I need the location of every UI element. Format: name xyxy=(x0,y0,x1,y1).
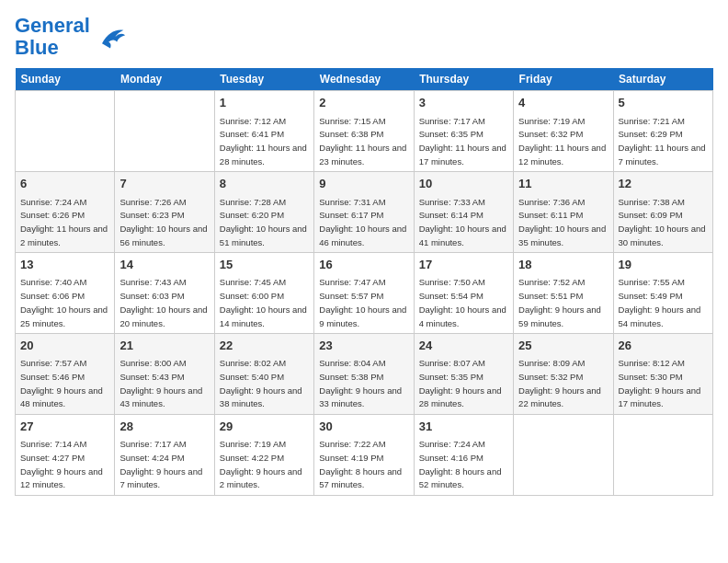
day-number: 3 xyxy=(419,95,508,111)
day-info: Sunrise: 7:45 AM Sunset: 6:00 PM Dayligh… xyxy=(220,277,307,327)
week-row-4: 20Sunrise: 7:57 AM Sunset: 5:46 PM Dayli… xyxy=(16,334,713,415)
day-info: Sunrise: 7:14 AM Sunset: 4:27 PM Dayligh… xyxy=(20,439,103,489)
calendar-cell xyxy=(613,415,712,496)
day-info: Sunrise: 7:17 AM Sunset: 6:35 PM Dayligh… xyxy=(419,116,506,167)
calendar-cell: 19Sunrise: 7:55 AM Sunset: 5:49 PM Dayli… xyxy=(613,253,712,334)
calendar-cell: 13Sunrise: 7:40 AM Sunset: 6:06 PM Dayli… xyxy=(16,253,115,334)
calendar-cell: 22Sunrise: 8:02 AM Sunset: 5:40 PM Dayli… xyxy=(214,334,313,415)
day-number: 6 xyxy=(20,176,109,192)
day-info: Sunrise: 7:17 AM Sunset: 4:24 PM Dayligh… xyxy=(119,439,202,489)
day-info: Sunrise: 7:36 AM Sunset: 6:11 PM Dayligh… xyxy=(518,197,606,247)
day-number: 2 xyxy=(319,95,408,111)
calendar-cell: 15Sunrise: 7:45 AM Sunset: 6:00 PM Dayli… xyxy=(214,253,313,334)
calendar-cell xyxy=(115,91,214,172)
day-number: 8 xyxy=(220,176,309,192)
day-info: Sunrise: 7:40 AM Sunset: 6:06 PM Dayligh… xyxy=(20,277,108,327)
day-number: 17 xyxy=(419,257,508,273)
logo-blue: Blue xyxy=(15,36,59,59)
day-info: Sunrise: 7:38 AM Sunset: 6:09 PM Dayligh… xyxy=(619,197,706,247)
calendar-cell: 4Sunrise: 7:19 AM Sunset: 6:32 PM Daylig… xyxy=(514,91,613,172)
day-info: Sunrise: 7:28 AM Sunset: 6:20 PM Dayligh… xyxy=(220,197,307,247)
calendar-cell: 18Sunrise: 7:52 AM Sunset: 5:51 PM Dayli… xyxy=(514,253,613,334)
day-number: 13 xyxy=(20,257,109,273)
weekday-header-sunday: Sunday xyxy=(16,68,115,91)
calendar-cell: 5Sunrise: 7:21 AM Sunset: 6:29 PM Daylig… xyxy=(613,91,712,172)
weekday-header-wednesday: Wednesday xyxy=(314,68,414,91)
day-number: 18 xyxy=(518,257,608,273)
day-number: 15 xyxy=(220,257,309,273)
day-number: 29 xyxy=(220,419,309,435)
calendar-cell: 27Sunrise: 7:14 AM Sunset: 4:27 PM Dayli… xyxy=(16,415,115,496)
day-info: Sunrise: 7:33 AM Sunset: 6:14 PM Dayligh… xyxy=(419,197,506,247)
logo-general: General xyxy=(15,14,90,37)
page-header: General Blue xyxy=(15,15,713,59)
calendar-cell: 30Sunrise: 7:22 AM Sunset: 4:19 PM Dayli… xyxy=(314,415,414,496)
day-number: 14 xyxy=(119,257,209,273)
day-info: Sunrise: 7:50 AM Sunset: 5:54 PM Dayligh… xyxy=(419,277,506,327)
weekday-header-thursday: Thursday xyxy=(414,68,513,91)
calendar-cell xyxy=(514,415,613,496)
week-row-2: 6Sunrise: 7:24 AM Sunset: 6:26 PM Daylig… xyxy=(16,172,713,253)
calendar-cell: 28Sunrise: 7:17 AM Sunset: 4:24 PM Dayli… xyxy=(115,415,214,496)
calendar-cell: 10Sunrise: 7:33 AM Sunset: 6:14 PM Dayli… xyxy=(414,172,513,253)
day-info: Sunrise: 8:00 AM Sunset: 5:43 PM Dayligh… xyxy=(119,358,202,408)
logo-bird-icon xyxy=(94,20,127,53)
day-info: Sunrise: 7:24 AM Sunset: 4:16 PM Dayligh… xyxy=(419,439,502,489)
calendar-cell: 16Sunrise: 7:47 AM Sunset: 5:57 PM Dayli… xyxy=(314,253,414,334)
week-row-5: 27Sunrise: 7:14 AM Sunset: 4:27 PM Dayli… xyxy=(16,415,713,496)
day-info: Sunrise: 7:19 AM Sunset: 4:22 PM Dayligh… xyxy=(220,439,302,489)
calendar-cell: 8Sunrise: 7:28 AM Sunset: 6:20 PM Daylig… xyxy=(214,172,313,253)
calendar-cell xyxy=(16,91,115,172)
calendar-cell: 12Sunrise: 7:38 AM Sunset: 6:09 PM Dayli… xyxy=(613,172,712,253)
day-number: 19 xyxy=(619,257,708,273)
calendar-cell: 25Sunrise: 8:09 AM Sunset: 5:32 PM Dayli… xyxy=(514,334,613,415)
calendar-cell: 9Sunrise: 7:31 AM Sunset: 6:17 PM Daylig… xyxy=(314,172,414,253)
day-number: 23 xyxy=(319,338,408,354)
weekday-header-friday: Friday xyxy=(514,68,613,91)
calendar-cell: 2Sunrise: 7:15 AM Sunset: 6:38 PM Daylig… xyxy=(314,91,414,172)
weekday-header-row: SundayMondayTuesdayWednesdayThursdayFrid… xyxy=(16,68,713,91)
day-info: Sunrise: 8:04 AM Sunset: 5:38 PM Dayligh… xyxy=(319,358,402,408)
calendar-cell: 24Sunrise: 8:07 AM Sunset: 5:35 PM Dayli… xyxy=(414,334,513,415)
day-info: Sunrise: 8:02 AM Sunset: 5:40 PM Dayligh… xyxy=(220,358,302,408)
calendar-cell: 7Sunrise: 7:26 AM Sunset: 6:23 PM Daylig… xyxy=(115,172,214,253)
week-row-3: 13Sunrise: 7:40 AM Sunset: 6:06 PM Dayli… xyxy=(16,253,713,334)
calendar-cell: 29Sunrise: 7:19 AM Sunset: 4:22 PM Dayli… xyxy=(214,415,313,496)
day-number: 7 xyxy=(119,176,209,192)
day-number: 10 xyxy=(419,176,508,192)
weekday-header-saturday: Saturday xyxy=(613,68,712,91)
weekday-header-tuesday: Tuesday xyxy=(214,68,313,91)
calendar-cell: 3Sunrise: 7:17 AM Sunset: 6:35 PM Daylig… xyxy=(414,91,513,172)
day-info: Sunrise: 7:52 AM Sunset: 5:51 PM Dayligh… xyxy=(518,277,601,327)
day-info: Sunrise: 7:24 AM Sunset: 6:26 PM Dayligh… xyxy=(20,197,108,247)
day-info: Sunrise: 7:21 AM Sunset: 6:29 PM Dayligh… xyxy=(619,116,706,167)
day-info: Sunrise: 7:31 AM Sunset: 6:17 PM Dayligh… xyxy=(319,197,406,247)
day-number: 4 xyxy=(518,95,608,111)
weekday-header-monday: Monday xyxy=(115,68,214,91)
day-number: 11 xyxy=(518,176,608,192)
day-number: 31 xyxy=(419,419,508,435)
day-info: Sunrise: 8:07 AM Sunset: 5:35 PM Dayligh… xyxy=(419,358,502,408)
day-number: 27 xyxy=(20,419,109,435)
day-number: 26 xyxy=(619,338,708,354)
calendar-cell: 11Sunrise: 7:36 AM Sunset: 6:11 PM Dayli… xyxy=(514,172,613,253)
day-info: Sunrise: 7:57 AM Sunset: 5:46 PM Dayligh… xyxy=(20,358,103,408)
calendar-cell: 23Sunrise: 8:04 AM Sunset: 5:38 PM Dayli… xyxy=(314,334,414,415)
calendar-cell: 26Sunrise: 8:12 AM Sunset: 5:30 PM Dayli… xyxy=(613,334,712,415)
day-info: Sunrise: 7:47 AM Sunset: 5:57 PM Dayligh… xyxy=(319,277,406,327)
calendar-table: SundayMondayTuesdayWednesdayThursdayFrid… xyxy=(15,68,713,496)
logo: General Blue xyxy=(15,15,127,59)
day-number: 25 xyxy=(518,338,608,354)
day-info: Sunrise: 8:12 AM Sunset: 5:30 PM Dayligh… xyxy=(619,358,701,408)
day-number: 22 xyxy=(220,338,309,354)
calendar-cell: 31Sunrise: 7:24 AM Sunset: 4:16 PM Dayli… xyxy=(414,415,513,496)
day-info: Sunrise: 8:09 AM Sunset: 5:32 PM Dayligh… xyxy=(518,358,601,408)
day-number: 9 xyxy=(319,176,408,192)
calendar-cell: 6Sunrise: 7:24 AM Sunset: 6:26 PM Daylig… xyxy=(16,172,115,253)
day-number: 1 xyxy=(220,95,309,111)
day-number: 20 xyxy=(20,338,109,354)
day-number: 30 xyxy=(319,419,408,435)
week-row-1: 1Sunrise: 7:12 AM Sunset: 6:41 PM Daylig… xyxy=(16,91,713,172)
day-info: Sunrise: 7:26 AM Sunset: 6:23 PM Dayligh… xyxy=(119,197,207,247)
day-info: Sunrise: 7:55 AM Sunset: 5:49 PM Dayligh… xyxy=(619,277,701,327)
